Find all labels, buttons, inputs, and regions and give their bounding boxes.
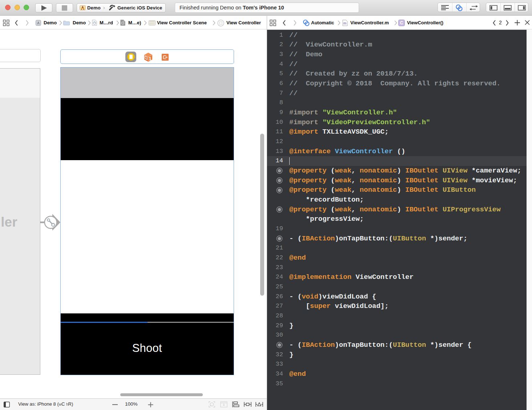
svg-text:C: C [400, 20, 403, 25]
svg-text:m: m [343, 21, 347, 25]
svg-text:1: 1 [149, 56, 152, 61]
